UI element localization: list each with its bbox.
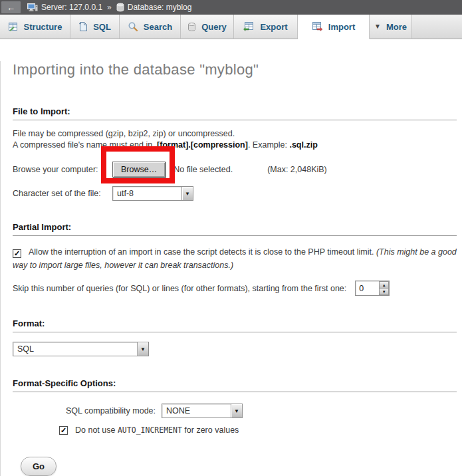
hint-line-1: File may be compressed (gzip, bzip2, zip… — [13, 128, 457, 140]
charset-selected-value: utf-8 — [113, 187, 181, 200]
go-button[interactable]: Go — [21, 457, 57, 476]
tab-structure[interactable]: Structure — [0, 15, 70, 39]
breadcrumb-bar: ← Server: 127.0.0.1 » Database: myblog — [0, 0, 462, 15]
dropdown-arrow-icon[interactable]: ▼ — [181, 187, 193, 200]
sql-compatibility-value: NONE — [162, 404, 231, 417]
tab-export[interactable]: Export — [234, 15, 298, 39]
section-heading-partial-import: Partial Import: — [13, 222, 457, 236]
tab-bar-filler — [412, 15, 462, 39]
back-arrow-icon: ← — [7, 3, 15, 13]
tab-label: Search — [144, 22, 172, 32]
format-selected-value: SQL — [13, 342, 137, 356]
tab-label: Query — [201, 22, 227, 32]
file-upload-row: Browse your computer: Browse… No file se… — [13, 162, 462, 178]
dropdown-arrow-icon[interactable]: ▼ — [231, 404, 242, 417]
compression-hint: File may be compressed (gzip, bzip2, zip… — [13, 128, 457, 151]
auto-increment-checkbox[interactable]: ✓ — [59, 426, 68, 435]
checkmark-icon: ✓ — [60, 427, 66, 434]
sql-compatibility-label: SQL compatibility mode: — [66, 406, 156, 416]
query-database-icon — [187, 22, 196, 32]
tab-label: More — [386, 22, 407, 32]
breadcrumb-server[interactable]: Server: 127.0.0.1 — [41, 3, 102, 12]
checkmark-icon: ✓ — [14, 250, 20, 257]
spinner-buttons: ▲ ▼ — [379, 281, 389, 295]
skip-queries-label: Skip this number of queries (for SQL) or… — [13, 284, 346, 293]
allow-interruption-text: Allow the interruption of an import in c… — [29, 247, 376, 257]
breadcrumb-separator: » — [107, 3, 112, 12]
tab-bar: Structure SQL Search Query — [0, 15, 462, 39]
charset-select[interactable]: utf-8 ▼ — [112, 186, 193, 201]
tab-label: Export — [260, 22, 287, 32]
breadcrumb-database[interactable]: Database: myblog — [128, 3, 192, 12]
format-select[interactable]: SQL ▼ — [13, 342, 149, 356]
auto-increment-text: Do not use AUTO_INCREMENT for zero value… — [75, 425, 239, 435]
allow-interruption-checkbox[interactable]: ✓ — [13, 249, 21, 258]
tab-more[interactable]: ▼ More — [370, 15, 412, 39]
spinner-up-button[interactable]: ▲ — [379, 281, 389, 289]
export-icon — [243, 21, 255, 32]
dropdown-arrow-icon[interactable]: ▼ — [137, 342, 148, 356]
section-heading-format-specific: Format-Specific Options: — [13, 378, 457, 392]
tab-sql[interactable]: SQL — [70, 15, 120, 39]
auto-increment-code: AUTO_INCREMENT — [118, 425, 182, 435]
chevron-down-icon: ▼ — [374, 23, 381, 30]
sql-compatibility-select[interactable]: NONE ▼ — [162, 404, 243, 418]
server-icon — [27, 3, 38, 12]
sql-document-icon — [78, 21, 88, 32]
back-button[interactable]: ← — [1, 1, 21, 13]
hint-line-2: A compressed file's name must end in .[f… — [13, 140, 457, 151]
skip-queries-row: Skip this number of queries (for SQL) or… — [13, 281, 462, 296]
allow-interruption-row: ✓Allow the interruption of an import in … — [13, 245, 457, 272]
auto-increment-row: ✓ Do not use AUTO_INCREMENT for zero val… — [59, 425, 462, 435]
search-icon — [128, 21, 138, 32]
breadcrumb: Server: 127.0.0.1 » Database: myblog — [27, 3, 191, 12]
tab-search[interactable]: Search — [120, 15, 181, 39]
spinner-down-button[interactable]: ▼ — [379, 289, 389, 295]
structure-icon — [8, 21, 19, 32]
section-heading-format: Format: — [13, 318, 457, 332]
no-file-selected-text: No file selected. — [173, 165, 233, 174]
import-icon — [312, 21, 323, 32]
browse-button[interactable]: Browse… — [112, 162, 166, 178]
skip-queries-stepper[interactable]: 0 ▲ ▼ — [355, 281, 390, 296]
charset-label: Character set of the file: — [13, 189, 112, 198]
skip-queries-value: 0 — [356, 281, 379, 295]
tab-import[interactable]: Import — [298, 15, 370, 39]
tab-label: Import — [328, 22, 355, 32]
sql-compatibility-row: SQL compatibility mode: NONE ▼ — [66, 404, 462, 418]
charset-row: Character set of the file: utf-8 ▼ — [13, 186, 462, 201]
browse-label: Browse your computer: — [13, 165, 112, 174]
section-heading-file-to-import: File to Import: — [13, 106, 457, 120]
spinner-down-icon: ▼ — [382, 290, 386, 294]
max-size-note: (Max: 2,048KiB) — [267, 165, 327, 174]
tab-label: Structure — [24, 22, 62, 32]
spinner-up-icon: ▲ — [382, 283, 386, 287]
tab-query[interactable]: Query — [181, 15, 234, 39]
import-page: Importing into the database "myblog" Fil… — [0, 61, 462, 476]
tab-label: SQL — [93, 22, 111, 32]
page-title: Importing into the database "myblog" — [13, 61, 462, 78]
database-icon — [116, 3, 124, 12]
